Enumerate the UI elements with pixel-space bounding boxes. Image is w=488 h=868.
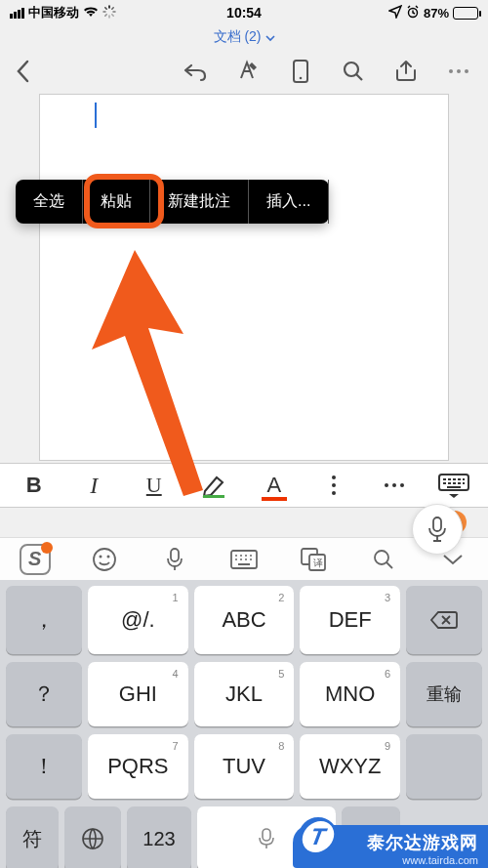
key-globe[interactable] <box>64 806 121 868</box>
key-backspace[interactable] <box>406 586 482 654</box>
ctx-new-comment[interactable]: 新建批注 <box>150 180 249 224</box>
backspace-icon <box>429 609 459 631</box>
ime-voice-button[interactable] <box>150 538 199 581</box>
ime-emoji-button[interactable] <box>80 538 129 581</box>
app-toolbar <box>0 49 488 94</box>
font-color-button[interactable]: A <box>252 466 297 505</box>
svg-point-37 <box>100 555 102 558</box>
key-123[interactable]: 123 <box>127 806 191 868</box>
back-button[interactable] <box>6 54 41 89</box>
svg-point-22 <box>392 483 396 487</box>
svg-rect-32 <box>453 482 456 484</box>
key-1[interactable]: 1@/. <box>88 586 188 654</box>
svg-point-14 <box>465 69 468 73</box>
annotation-highlight-ring <box>84 174 164 228</box>
svg-rect-30 <box>443 482 446 484</box>
ctx-select-all[interactable]: 全选 <box>16 180 83 224</box>
svg-rect-33 <box>458 482 461 484</box>
key-2-abc[interactable]: 2ABC <box>194 586 295 654</box>
watermark-brand: 泰尔达游戏网 <box>367 833 478 852</box>
svg-rect-27 <box>453 478 456 480</box>
key-4-ghi[interactable]: 4GHI <box>88 662 188 726</box>
watermark-badge: T <box>300 821 337 852</box>
keyboard-icon <box>229 549 259 570</box>
format-overflow-button[interactable] <box>372 466 417 505</box>
key-enter[interactable] <box>406 734 482 799</box>
key-exclaim[interactable]: ！ <box>6 734 82 799</box>
ime-toolbar: S 译 <box>0 537 488 580</box>
svg-point-21 <box>385 483 388 487</box>
key-reinput[interactable]: 重输 <box>406 662 482 726</box>
svg-text:译: 译 <box>313 558 323 568</box>
svg-rect-55 <box>263 829 270 841</box>
ime-search-button[interactable] <box>359 538 408 581</box>
svg-rect-34 <box>463 482 465 484</box>
key-3-def[interactable]: 3DEF <box>300 586 400 654</box>
svg-point-53 <box>375 551 388 564</box>
watermark-url: www.tairda.com <box>336 854 478 866</box>
svg-point-11 <box>345 62 358 76</box>
svg-rect-31 <box>448 482 451 484</box>
undo-button[interactable] <box>178 54 213 89</box>
document-canvas-zone: 全选 粘贴 新建批注 插入... <box>0 94 488 463</box>
svg-rect-35 <box>447 486 461 488</box>
svg-rect-39 <box>171 549 179 561</box>
status-bar: 中国移动 10:54 87% <box>0 0 488 25</box>
site-watermark: T 泰尔达游戏网 www.tairda.com <box>293 825 488 868</box>
key-6-mno[interactable]: 6MNO <box>300 662 400 726</box>
svg-marker-15 <box>92 250 203 496</box>
key-8-tuv[interactable]: 8TUV <box>194 734 295 799</box>
search-icon <box>372 548 395 571</box>
search-button[interactable] <box>336 54 371 89</box>
more-button[interactable] <box>441 54 476 89</box>
microphone-icon <box>257 827 276 850</box>
svg-point-19 <box>332 483 336 487</box>
battery-pct: 87% <box>424 6 449 21</box>
ctx-insert[interactable]: 插入... <box>249 180 329 224</box>
key-question[interactable]: ？ <box>6 662 82 726</box>
battery-icon <box>453 7 478 20</box>
key-5-jkl[interactable]: 5JKL <box>194 662 295 726</box>
svg-point-38 <box>107 555 110 558</box>
font-color-letter: A <box>266 473 281 498</box>
voice-input-button[interactable] <box>412 504 463 555</box>
translate-icon: 译 <box>300 547 327 572</box>
hide-keyboard-button[interactable] <box>431 466 476 505</box>
share-button[interactable] <box>388 54 424 89</box>
status-right: 87% <box>388 5 478 21</box>
svg-point-45 <box>235 558 237 560</box>
svg-point-23 <box>400 483 404 487</box>
key-9-wxyz[interactable]: 9WXYZ <box>300 734 400 799</box>
microphone-icon <box>427 516 448 543</box>
svg-point-10 <box>300 77 303 80</box>
key-7-pqrs[interactable]: 7PQRS <box>88 734 188 799</box>
doc-title-row[interactable]: 文档 (2) <box>0 25 488 49</box>
svg-rect-25 <box>443 478 446 480</box>
svg-point-43 <box>245 555 247 557</box>
svg-rect-16 <box>433 517 441 531</box>
svg-point-48 <box>250 558 252 560</box>
context-menu: 全选 粘贴 新建批注 插入... <box>16 180 329 224</box>
svg-rect-40 <box>231 551 257 568</box>
key-comma[interactable]: ， <box>6 586 82 654</box>
mobile-view-button[interactable] <box>283 54 318 89</box>
svg-point-12 <box>449 69 453 73</box>
edit-style-button[interactable] <box>230 54 265 89</box>
svg-point-42 <box>240 555 242 557</box>
text-caret <box>95 103 97 128</box>
bold-button[interactable]: B <box>12 466 57 505</box>
ime-logo-button[interactable]: S <box>11 538 60 581</box>
svg-point-44 <box>250 555 252 557</box>
svg-point-47 <box>245 558 247 560</box>
svg-point-41 <box>235 555 237 557</box>
globe-icon <box>81 827 104 850</box>
doc-title: 文档 (2) <box>214 28 262 46</box>
svg-rect-26 <box>448 478 451 480</box>
key-symbols[interactable]: 符 <box>6 806 59 868</box>
microphone-icon <box>165 547 184 572</box>
format-more-button[interactable] <box>311 466 356 505</box>
ime-keyboard-settings-button[interactable] <box>220 538 268 581</box>
annotation-arrow <box>78 250 234 508</box>
locate-icon <box>388 5 402 21</box>
ime-translate-button[interactable]: 译 <box>289 538 338 581</box>
